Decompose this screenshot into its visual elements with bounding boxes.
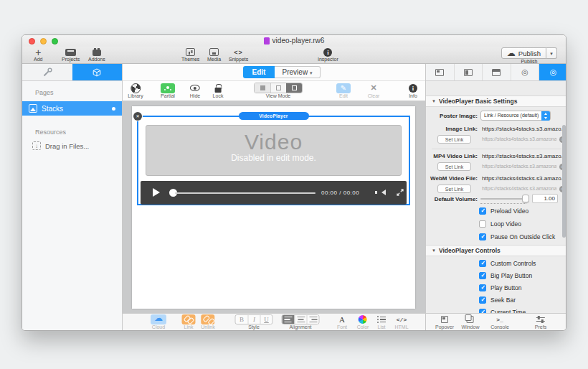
disclosure-triangle-icon: ▼ bbox=[432, 248, 436, 253]
popover-button[interactable]: Popover bbox=[435, 314, 454, 330]
view-mode-normal[interactable] bbox=[270, 83, 286, 93]
video-placeholder: Video Disabled in edit mode. bbox=[146, 125, 402, 176]
tab-edit-mode[interactable]: Edit bbox=[243, 66, 275, 78]
font-button[interactable]: A Font bbox=[337, 314, 347, 330]
color-button[interactable]: Color bbox=[357, 314, 369, 330]
checkbox-row-play-button[interactable]: Play Button bbox=[479, 284, 521, 291]
window-button[interactable]: Window bbox=[462, 314, 480, 330]
tab-stacks[interactable] bbox=[72, 64, 123, 80]
align-left-icon bbox=[285, 317, 293, 322]
scrollbar[interactable] bbox=[562, 125, 566, 238]
publish-button[interactable]: ☁ Publish bbox=[501, 47, 546, 59]
checkbox[interactable] bbox=[479, 220, 486, 228]
mp4-link-field[interactable]: https://stacks4stacks.s3.amazona... bbox=[482, 164, 556, 169]
list-button[interactable]: List bbox=[377, 314, 386, 330]
info-button[interactable]: i Info bbox=[409, 83, 417, 99]
view-mode-compact[interactable] bbox=[255, 83, 270, 93]
projects-button[interactable]: Projects bbox=[62, 47, 80, 62]
tab-page-settings[interactable] bbox=[22, 64, 72, 80]
align-right-button[interactable] bbox=[307, 315, 319, 324]
view-mode-expanded[interactable] bbox=[286, 83, 302, 93]
checkbox-row-preload-video[interactable]: Preload Video bbox=[479, 207, 528, 215]
partial-button[interactable]: Partial bbox=[161, 83, 175, 99]
checkbox-row-big-play-button[interactable]: Big Play Button bbox=[479, 272, 532, 279]
poster-image-select[interactable]: Link / Resource (default) bbox=[480, 111, 551, 121]
align-center-button[interactable] bbox=[295, 315, 307, 324]
clear-button[interactable]: ✕ Clear bbox=[368, 83, 380, 99]
publish-group: ☁ Publish ▾ Publish bbox=[501, 47, 557, 65]
set-link-button[interactable]: Set Link bbox=[437, 162, 471, 171]
cloud-icon: ☁ bbox=[151, 314, 166, 324]
themes-button[interactable]: Themes bbox=[181, 47, 199, 62]
stacks-toolbar: Library Partial Hide Lock bbox=[123, 81, 425, 101]
italic-button[interactable]: I bbox=[248, 315, 260, 324]
checkbox[interactable] bbox=[479, 207, 486, 215]
add-button[interactable]: + Add bbox=[34, 47, 42, 62]
fullscreen-icon[interactable] bbox=[396, 188, 404, 197]
edit-stack-button[interactable]: ✎ Edit bbox=[336, 83, 351, 99]
cloud-button[interactable]: ☁ Cloud bbox=[151, 314, 166, 330]
clear-x-icon: ✕ bbox=[370, 83, 376, 93]
image-link-value: https://stacks4stacks.s3.amazo... bbox=[482, 126, 562, 132]
snippets-button[interactable]: <> Snippets bbox=[229, 47, 248, 62]
addons-button[interactable]: Addons bbox=[88, 47, 105, 62]
style-group: B I U Style bbox=[235, 314, 273, 330]
lock-icon bbox=[214, 88, 221, 93]
section-controls[interactable]: ▼VideoPlayer Controls bbox=[426, 245, 566, 256]
set-link-button[interactable]: Set Link bbox=[437, 135, 471, 144]
link-button[interactable]: Link bbox=[182, 314, 196, 330]
inspector-button[interactable]: i Inspector bbox=[318, 47, 338, 62]
tab-preview-mode[interactable]: Preview ▾ bbox=[275, 66, 321, 78]
image-link-field[interactable]: https://stacks4stacks.s3.amazona... bbox=[482, 136, 556, 141]
align-left-button[interactable] bbox=[283, 315, 295, 324]
sidebar-layout-icon bbox=[464, 69, 473, 76]
section-basic-settings[interactable]: ▼VideoPlayer Basic Settings bbox=[426, 95, 566, 107]
stack-name-pill[interactable]: VideoPlayer bbox=[239, 112, 309, 120]
checkbox[interactable] bbox=[479, 260, 486, 267]
checkbox[interactable] bbox=[479, 296, 486, 304]
play-icon[interactable] bbox=[153, 188, 160, 197]
sidebar-item-stacks[interactable]: Stacks bbox=[22, 101, 122, 116]
checkbox-row-pause-outside-click[interactable]: Pause On Outside Click bbox=[479, 233, 555, 240]
checkbox-row-seek-bar[interactable]: Seek Bar bbox=[479, 296, 516, 304]
html-button[interactable]: </> HTML bbox=[394, 314, 408, 330]
volume-value[interactable]: 1.00 bbox=[532, 194, 558, 203]
checkbox-row-custom-controls[interactable]: Custom Controls bbox=[479, 260, 536, 267]
volume-slider-handle[interactable] bbox=[522, 195, 529, 202]
tab-page-inspector[interactable] bbox=[426, 64, 454, 80]
set-link-button[interactable]: Set Link bbox=[437, 184, 471, 193]
tab-header-inspector[interactable] bbox=[482, 64, 511, 80]
seek-bar[interactable] bbox=[175, 192, 316, 195]
pencil-icon: ✎ bbox=[336, 83, 351, 93]
lock-button[interactable]: Lock bbox=[213, 83, 224, 99]
disclosure-triangle-icon: ▼ bbox=[432, 99, 436, 103]
document-icon bbox=[264, 37, 270, 45]
volume-icon[interactable] bbox=[381, 190, 386, 195]
color-wheel-icon bbox=[359, 315, 367, 324]
tab-theme-settings[interactable]: ◎ bbox=[511, 64, 539, 80]
volume-slider-track[interactable] bbox=[480, 198, 525, 200]
format-bar: ☁ Cloud Link Unlink B I U Style bbox=[123, 313, 425, 330]
pages-heading: Pages bbox=[35, 89, 54, 96]
media-button[interactable]: Media bbox=[207, 47, 221, 62]
hide-button[interactable]: Hide bbox=[190, 83, 200, 99]
prefs-button[interactable]: Prefs bbox=[535, 314, 546, 330]
bold-button[interactable]: B bbox=[236, 315, 248, 324]
deselect-icon[interactable]: ✕ bbox=[133, 112, 142, 121]
video-controls-bar: 00:00 / 00:00 bbox=[141, 181, 407, 205]
publish-dropdown-button[interactable]: ▾ bbox=[546, 47, 557, 59]
checkbox-row-loop-video[interactable]: Loop Video bbox=[479, 220, 521, 228]
tab-stack-settings[interactable]: ◎ bbox=[539, 64, 566, 80]
library-button[interactable]: Library bbox=[128, 83, 143, 99]
drag-in-files-target[interactable]: ↓ Drag in Files... bbox=[32, 141, 89, 150]
page-canvas[interactable]: ✕ VideoPlayer Video Disabled in edit mod… bbox=[132, 106, 415, 309]
unlink-button[interactable]: Unlink bbox=[201, 314, 214, 330]
videoplayer-stack-selection[interactable]: ✕ VideoPlayer Video Disabled in edit mod… bbox=[137, 116, 410, 205]
checkbox[interactable] bbox=[479, 284, 486, 291]
underline-button[interactable]: U bbox=[260, 315, 272, 324]
checkbox[interactable] bbox=[479, 233, 486, 240]
console-button[interactable]: >_ Console bbox=[490, 314, 509, 330]
tab-sidebar-inspector[interactable] bbox=[454, 64, 483, 80]
checkbox[interactable] bbox=[479, 272, 486, 279]
webm-link-field[interactable]: https://stacks4stacks.s3.amazona... bbox=[482, 186, 556, 191]
